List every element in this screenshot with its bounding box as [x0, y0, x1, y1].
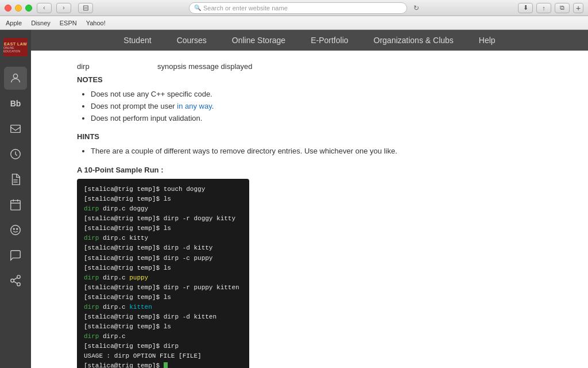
nav-courses[interactable]: Courses [172, 33, 211, 47]
nav-help[interactable]: Help [474, 33, 500, 47]
svg-line-15 [14, 281, 17, 283]
notes-item-2: Does not perform input validation. [91, 113, 565, 125]
address-placeholder: Search or enter website name [203, 5, 288, 12]
notes-link[interactable]: in any way [177, 102, 211, 110]
svg-point-14 [17, 283, 21, 286]
sidebar-emoji-button[interactable] [4, 218, 27, 241]
new-tab-button[interactable]: + [573, 3, 583, 13]
top-nav: Student Courses Online Storage E-Portfol… [31, 30, 588, 51]
sample-run-heading: A 10-Point Sample Run : [77, 166, 565, 174]
sidebar-font-button[interactable]: Bb [4, 92, 27, 115]
hints-list: There are a couple of different ways to … [91, 145, 565, 158]
font-icon: Bb [10, 99, 21, 108]
svg-rect-1 [11, 125, 21, 133]
minimize-button[interactable] [15, 5, 22, 12]
notes-heading: NOTES [77, 75, 565, 84]
maximize-button[interactable] [25, 5, 32, 12]
notes-list: Does not use any C++ specific code. Does… [91, 89, 565, 124]
left-sidebar: EAST LAW ONLINE EDUCATION Bb [0, 30, 31, 368]
bookmarks-bar: Apple Disney ESPN Yahoo! [0, 16, 588, 30]
bookmark-yahoo[interactable]: Yahoo! [86, 20, 106, 26]
notes-item-1: Does not prompt the user in any way. [91, 101, 565, 113]
logo-text-main: EAST LAW [4, 42, 27, 46]
nav-eportfolio[interactable]: E-Portfolio [306, 33, 353, 47]
notes-item-0: Does not use any C++ specific code. [91, 89, 565, 101]
terminal-block: [stalica@trig temp]$ touch doggy [stalic… [77, 179, 249, 368]
nav-organizations[interactable]: Organizations & Clubs [369, 33, 458, 47]
browser-body: EAST LAW ONLINE EDUCATION Bb [0, 30, 588, 368]
sidebar-profile-button[interactable] [4, 67, 27, 90]
notes-section: NOTES Does not use any C++ specific code… [77, 75, 565, 124]
titlebar: ‹ › ⊟ 🔍 Search or enter website name ↻ ⬇… [0, 0, 588, 16]
sidebar-document-button[interactable] [4, 168, 27, 191]
command-desc: synopsis message displayed [157, 62, 252, 71]
svg-rect-5 [11, 201, 21, 210]
school-logo: EAST LAW ONLINE EDUCATION [3, 38, 28, 56]
bookmark-disney[interactable]: Disney [31, 20, 51, 26]
svg-point-11 [17, 228, 18, 229]
bookmark-espn[interactable]: ESPN [60, 20, 77, 26]
svg-point-12 [17, 275, 21, 279]
forward-button[interactable]: › [56, 3, 71, 13]
sidebar-clock-button[interactable] [4, 143, 27, 166]
sample-run-section: A 10-Point Sample Run : [stalica@trig te… [77, 166, 565, 368]
logo-area: EAST LAW ONLINE EDUCATION [3, 34, 28, 60]
svg-point-10 [13, 228, 14, 229]
svg-point-0 [13, 74, 17, 78]
share-button[interactable]: ↑ [536, 3, 551, 13]
nav-student[interactable]: Student [119, 33, 156, 47]
address-bar-container: 🔍 Search or enter website name ↻ [96, 2, 514, 14]
close-button[interactable] [5, 5, 11, 12]
bookmark-apple[interactable]: Apple [6, 20, 22, 26]
traffic-lights [5, 5, 32, 12]
sidebar-toggle-button[interactable]: ⊟ [78, 3, 93, 13]
search-icon: 🔍 [194, 5, 201, 11]
back-button[interactable]: ‹ [37, 3, 52, 13]
tabs-button[interactable]: ⧉ [555, 3, 570, 13]
address-bar[interactable]: 🔍 Search or enter website name [189, 2, 407, 14]
sidebar-chat-button[interactable] [4, 244, 27, 267]
hints-item-0: There are a couple of different ways to … [91, 145, 565, 158]
sidebar-share-button[interactable] [4, 269, 27, 292]
svg-point-13 [11, 279, 14, 282]
hints-section: HINTS There are a couple of different wa… [77, 132, 565, 158]
logo-text-sub: ONLINE EDUCATION [3, 46, 28, 53]
nav-online-storage[interactable]: Online Storage [227, 33, 290, 47]
svg-point-9 [11, 225, 21, 235]
reload-button[interactable]: ↻ [411, 2, 422, 14]
command-name: dirp [77, 62, 157, 71]
toolbar-right: ⬇ ↑ ⧉ + [518, 3, 583, 13]
command-row: dirp synopsis message displayed [77, 62, 565, 71]
content-area: Student Courses Online Storage E-Portfol… [31, 30, 588, 368]
sidebar-inbox-button[interactable] [4, 117, 27, 140]
svg-line-16 [14, 278, 17, 280]
sidebar-calendar-button[interactable] [4, 193, 27, 216]
download-button[interactable]: ⬇ [518, 3, 533, 13]
hints-heading: HINTS [77, 132, 565, 141]
main-content[interactable]: dirp synopsis message displayed NOTES Do… [31, 51, 588, 368]
